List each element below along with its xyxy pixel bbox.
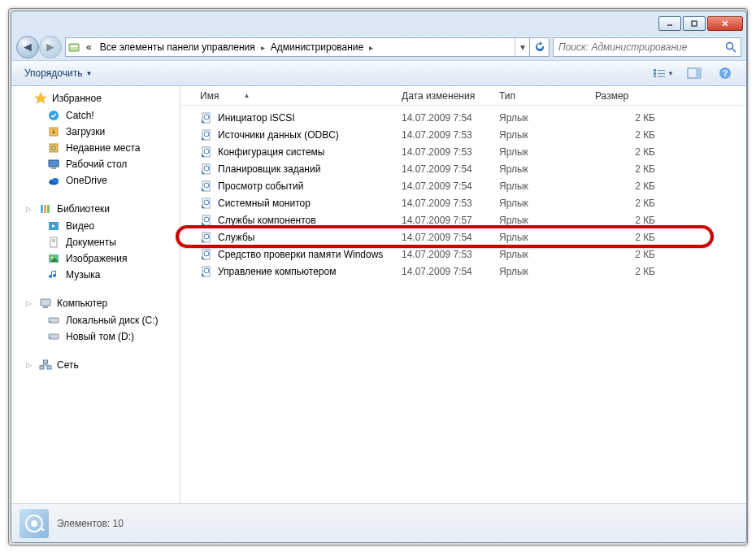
refresh-button[interactable] [529,38,549,56]
sidebar-item-label: Загрузки [66,126,105,137]
search-input[interactable] [554,41,721,53]
sidebar-item-computer-1[interactable]: Новый том (D:) [11,328,180,345]
sidebar-item-label: Видео [66,220,94,232]
downloads-icon [47,125,60,138]
sidebar-item-libraries-1[interactable]: Документы [11,234,180,250]
column-name[interactable]: Имя▲ [193,88,395,104]
file-row[interactable]: Управление компьютером14.07.2009 7:54Ярл… [193,263,746,280]
sidebar-item-favorites-0[interactable]: Catch! [11,107,180,124]
sidebar-item-computer-0[interactable]: Локальный диск (C:) [11,312,180,328]
file-row[interactable]: Просмотр событий14.07.2009 7:54Ярлык2 КБ [193,177,746,194]
sidebar-item-favorites-4[interactable]: OneDrive [11,172,180,189]
navigation-row: ◄ ► « Все элементы панели управления Адм… [11,34,746,60]
breadcrumb-prefix[interactable]: « [82,38,96,56]
svg-point-36 [51,257,54,259]
file-name: Управление компьютером [218,266,336,277]
nav-back-button[interactable]: ◄ [16,36,39,59]
pictures-icon [47,252,60,265]
file-row[interactable]: Планировщик заданий14.07.2009 7:54Ярлык2… [193,160,746,177]
search-box[interactable] [553,37,741,57]
toolbar: Упорядочить ▼ ▼ ? [11,60,746,86]
file-name: Системный монитор [218,198,311,209]
breadcrumb-parent[interactable]: Все элементы панели управления [96,38,259,56]
sidebar-item-label: Документы [66,237,116,248]
svg-point-26 [52,178,59,183]
shortcut-icon [200,146,213,159]
sidebar-item-favorites-2[interactable]: Недавние места [11,140,180,156]
breadcrumb-current[interactable]: Администрирование [267,38,367,56]
organize-button[interactable]: Упорядочить ▼ [18,64,98,82]
file-row[interactable]: Службы компонентов14.07.2009 7:57Ярлык2 … [193,211,746,228]
shortcut-icon [200,128,213,141]
file-size: 2 КБ [589,129,662,141]
sidebar-item-favorites-3[interactable]: Рабочий стол [11,156,180,172]
nav-forward-button[interactable]: ► [39,36,62,59]
file-row[interactable]: Конфигурация системы14.07.2009 7:53Ярлык… [193,143,746,160]
sidebar-group-libraries[interactable]: ▷ Библиотеки [11,200,180,218]
minimize-button[interactable] [658,16,681,31]
sidebar-group-network[interactable]: ▷ Сеть [11,356,180,374]
file-name: Инициатор iSCSI [218,112,295,124]
column-type[interactable]: Тип [493,88,589,104]
svg-rect-10 [654,76,656,77]
file-date: 14.07.2009 7:54 [395,112,493,124]
maximize-button[interactable] [683,16,706,31]
column-date[interactable]: Дата изменения [395,88,493,104]
file-date: 14.07.2009 7:54 [395,232,493,243]
sidebar-item-label: Музыка [66,269,100,280]
shortcut-icon [200,248,213,261]
search-icon[interactable] [721,41,741,54]
file-type: Ярлык [493,215,589,226]
file-row[interactable]: Системный монитор14.07.2009 7:53Ярлык2 К… [193,194,746,211]
file-date: 14.07.2009 7:53 [395,146,493,158]
svg-rect-40 [49,318,59,323]
sidebar-item-libraries-0[interactable]: Видео [11,218,180,234]
svg-rect-9 [654,72,656,75]
svg-rect-5 [70,46,78,47]
shortcut-icon [200,197,213,210]
svg-rect-32 [50,237,57,247]
file-size: 2 КБ [589,146,662,158]
drive-d-icon [47,330,60,343]
file-type: Ярлык [493,112,589,124]
address-bar[interactable]: « Все элементы панели управления Админис… [65,37,550,57]
sidebar-item-favorites-1[interactable]: Загрузки [11,124,180,140]
desktop-icon [47,158,60,171]
file-name: Планировщик заданий [218,163,320,175]
column-headers: Имя▲ Дата изменения Тип Размер [180,86,746,106]
sidebar-item-libraries-2[interactable]: Изображения [11,250,180,267]
preview-pane-button[interactable] [680,63,709,83]
svg-rect-1 [692,21,697,26]
help-button[interactable]: ? [710,63,740,83]
file-date: 14.07.2009 7:54 [395,266,493,277]
file-row[interactable]: Средство проверки памяти Windows14.07.20… [193,246,746,263]
svg-rect-15 [696,68,701,78]
sidebar-network-label: Сеть [57,359,79,371]
svg-marker-18 [35,93,46,103]
shortcut-icon [200,180,213,193]
address-dropdown-button[interactable]: ▾ [515,38,529,56]
shortcut-icon [200,231,213,244]
sidebar-item-label: Рабочий стол [66,159,127,170]
documents-icon [47,236,60,249]
svg-rect-29 [47,205,50,213]
file-row[interactable]: Источники данных (ODBC)14.07.2009 7:53Яр… [193,126,746,143]
file-row[interactable]: Службы14.07.2009 7:54Ярлык2 КБ [193,228,746,246]
sidebar-group-favorites[interactable]: Избранное [11,89,180,107]
file-list: Инициатор iSCSI14.07.2009 7:54Ярлык2 КБИ… [180,106,746,503]
shortcut-icon [200,163,213,176]
sidebar-item-libraries-3[interactable]: Музыка [11,267,180,283]
file-row[interactable]: Инициатор iSCSI14.07.2009 7:54Ярлык2 КБ [193,109,746,126]
file-date: 14.07.2009 7:53 [395,129,493,141]
column-size[interactable]: Размер [589,88,662,104]
expander-icon: ▷ [26,205,34,213]
close-button[interactable] [707,16,743,31]
svg-rect-42 [49,334,59,339]
shortcut-icon [200,214,213,227]
network-icon [39,359,52,372]
sidebar-group-computer[interactable]: ▷ Компьютер [11,294,180,312]
view-options-button[interactable]: ▼ [649,63,678,83]
sidebar-item-label: Изображения [66,253,127,264]
status-bar: Элементов: 10 [11,503,746,542]
file-name: Службы компонентов [218,215,316,226]
